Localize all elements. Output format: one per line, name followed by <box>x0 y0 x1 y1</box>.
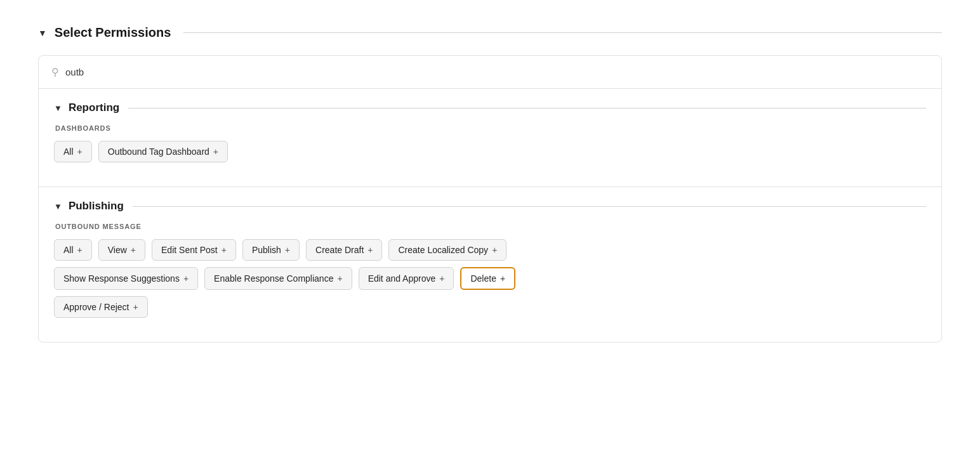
dashboards-tags-row: All + Outbound Tag Dashboard + <box>54 141 926 162</box>
tag-publish-label: Publish <box>252 245 281 255</box>
reporting-divider <box>128 108 926 108</box>
tag-all-publishing[interactable]: All + <box>54 239 92 261</box>
publishing-section-title: Publishing <box>69 200 124 213</box>
outbound-message-row-2: Show Response Suggestions + Enable Respo… <box>54 267 926 290</box>
tag-delete-plus: + <box>500 273 505 284</box>
dashboards-label: DASHBOARDS <box>55 124 926 132</box>
tag-create-draft[interactable]: Create Draft + <box>306 239 382 261</box>
tag-show-response-suggestions-plus: + <box>183 273 189 284</box>
tag-publish[interactable]: Publish + <box>242 239 300 261</box>
outbound-message-row-1: All + View + Edit Sent Post + Publish + … <box>54 239 926 261</box>
tag-show-response-suggestions-label: Show Response Suggestions <box>63 273 180 284</box>
tag-all-publishing-label: All <box>63 245 74 255</box>
tag-all-publishing-plus: + <box>77 245 83 255</box>
reporting-section: ▼ Reporting DASHBOARDS All + Outbound Ta… <box>39 89 941 186</box>
tag-edit-and-approve-label: Edit and Approve <box>368 273 436 284</box>
page-header: ▼ Select Permissions <box>38 25 942 40</box>
tag-enable-response-compliance-label: Enable Response Compliance <box>214 273 333 284</box>
tag-edit-sent-post[interactable]: Edit Sent Post + <box>152 239 236 261</box>
tag-edit-sent-post-label: Edit Sent Post <box>161 245 218 255</box>
tag-outbound-tag-dashboard-plus: + <box>213 147 218 157</box>
tag-delete-label: Delete <box>470 273 496 284</box>
tag-edit-and-approve-plus: + <box>439 273 444 284</box>
tag-create-draft-label: Create Draft <box>315 245 364 255</box>
outbound-message-label: OUTBOUND MESSAGE <box>55 223 926 230</box>
page-title: Select Permissions <box>55 25 171 40</box>
tag-view[interactable]: View + <box>98 239 145 261</box>
permissions-card: ⚲ ▼ Reporting DASHBOARDS All + Outbound … <box>38 55 942 343</box>
publishing-divider <box>133 206 926 207</box>
tag-edit-and-approve[interactable]: Edit and Approve + <box>359 267 454 290</box>
tag-outbound-tag-dashboard[interactable]: Outbound Tag Dashboard + <box>98 141 228 162</box>
search-input[interactable] <box>65 67 192 77</box>
search-bar: ⚲ <box>39 56 941 89</box>
reporting-section-title: Reporting <box>69 101 119 114</box>
tag-all-reporting-plus: + <box>77 147 83 157</box>
header-chevron-icon[interactable]: ▼ <box>38 28 47 38</box>
tag-approve-reject-plus: + <box>133 302 138 312</box>
outbound-message-row-3: Approve / Reject + <box>54 296 926 318</box>
publishing-chevron-icon[interactable]: ▼ <box>54 202 62 211</box>
tag-create-localized-copy-label: Create Localized Copy <box>398 245 488 255</box>
tag-enable-response-compliance-plus: + <box>337 273 342 284</box>
reporting-chevron-icon[interactable]: ▼ <box>54 103 62 113</box>
search-icon: ⚲ <box>51 66 59 78</box>
reporting-section-header: ▼ Reporting <box>54 101 926 114</box>
tag-edit-sent-post-plus: + <box>222 245 227 255</box>
tag-enable-response-compliance[interactable]: Enable Response Compliance + <box>204 267 352 290</box>
tag-create-localized-copy-plus: + <box>492 245 497 255</box>
tag-create-draft-plus: + <box>368 245 373 255</box>
tag-approve-reject-label: Approve / Reject <box>63 302 129 312</box>
tag-all-reporting-label: All <box>63 147 74 157</box>
tag-outbound-tag-dashboard-label: Outbound Tag Dashboard <box>108 147 209 157</box>
tag-create-localized-copy[interactable]: Create Localized Copy + <box>388 239 507 261</box>
tag-show-response-suggestions[interactable]: Show Response Suggestions + <box>54 267 198 290</box>
publishing-section-header: ▼ Publishing <box>54 200 926 213</box>
tag-view-label: View <box>108 245 127 255</box>
header-divider <box>183 32 942 33</box>
tag-publish-plus: + <box>285 245 290 255</box>
tag-view-plus: + <box>131 245 136 255</box>
tag-delete[interactable]: Delete + <box>460 267 515 290</box>
publishing-section: ▼ Publishing OUTBOUND MESSAGE All + View… <box>39 186 941 342</box>
tag-approve-reject[interactable]: Approve / Reject + <box>54 296 148 318</box>
tag-all-reporting[interactable]: All + <box>54 141 92 162</box>
